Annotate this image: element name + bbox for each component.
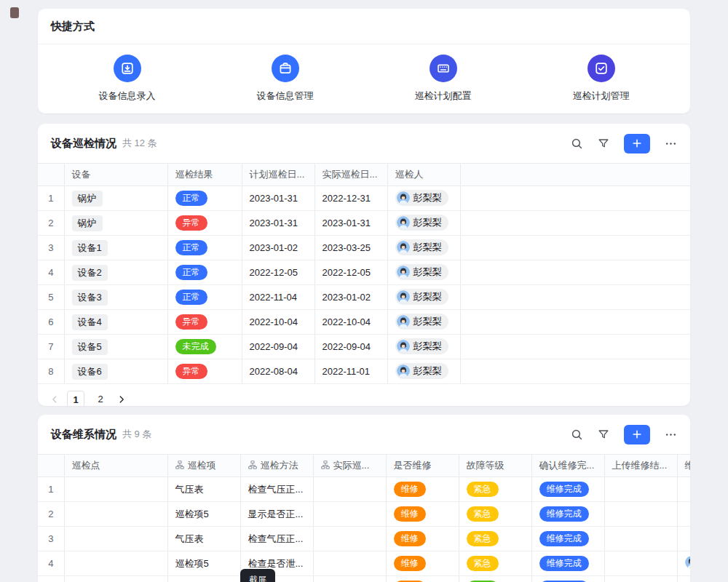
text-cell[interactable]: 气压表: [167, 477, 240, 502]
text-cell[interactable]: 2022-12-05: [242, 260, 314, 285]
status-cell[interactable]: 异常: [167, 211, 242, 236]
search-icon[interactable]: [571, 428, 583, 441]
text-cell[interactable]: 检查气压正...: [240, 527, 313, 551]
option-cell[interactable]: 锅炉: [64, 211, 167, 236]
status-cell[interactable]: 紧急: [459, 551, 531, 576]
page-button-1[interactable]: 1: [67, 391, 84, 406]
option-cell[interactable]: 锅炉: [64, 186, 167, 211]
text-cell[interactable]: 2023-03-25: [314, 236, 387, 260]
person-cell[interactable]: 彭梨梨: [387, 236, 460, 260]
option-cell[interactable]: 设备4: [64, 310, 167, 335]
text-cell[interactable]: 气压表: [167, 527, 240, 551]
person-cell[interactable]: [677, 551, 690, 576]
column-header[interactable]: 巡检人: [387, 164, 460, 186]
option-cell[interactable]: 设备5: [64, 335, 167, 359]
filter-icon[interactable]: [598, 428, 609, 440]
column-header[interactable]: 故障等级: [459, 455, 531, 477]
status-cell[interactable]: 正常: [167, 236, 242, 260]
status-badge: 紧急: [467, 506, 499, 522]
column-header[interactable]: 巡检点: [64, 455, 167, 477]
status-cell[interactable]: 紧急: [459, 502, 531, 527]
column-header[interactable]: 确认维修完...: [531, 455, 604, 477]
person-cell[interactable]: 彭梨梨: [387, 186, 460, 211]
option-cell[interactable]: 设备6: [64, 359, 167, 384]
status-cell[interactable]: 异常: [167, 310, 242, 335]
text-cell[interactable]: 2023-01-02: [242, 236, 314, 260]
text-cell[interactable]: 检查气压正...: [240, 477, 313, 502]
row-number: 3: [38, 236, 64, 260]
add-record-button[interactable]: [624, 134, 650, 154]
status-cell[interactable]: 维修完成: [531, 551, 604, 576]
option-cell[interactable]: 设备3: [64, 285, 167, 310]
person-cell[interactable]: 彭梨梨: [387, 285, 460, 310]
more-icon[interactable]: [665, 428, 677, 441]
text-cell[interactable]: 2022-12-05: [314, 260, 387, 285]
column-header[interactable]: 巡检方法: [240, 455, 313, 477]
text-cell[interactable]: 2022-10-04: [314, 310, 387, 335]
row-number-header: [38, 455, 64, 477]
person-cell[interactable]: 彭梨梨: [387, 359, 460, 384]
status-cell[interactable]: 维修: [386, 527, 459, 551]
shortcut-device-entry[interactable]: 设备信息录入: [99, 55, 156, 103]
status-cell[interactable]: 维修: [386, 551, 459, 576]
person-cell[interactable]: 彭梨梨: [387, 260, 460, 285]
text-cell[interactable]: 巡检项5: [167, 502, 240, 527]
column-header[interactable]: 巡检项: [167, 455, 240, 477]
text-cell[interactable]: 2023-01-31: [242, 211, 314, 236]
add-record-button[interactable]: [624, 425, 650, 445]
text-cell[interactable]: 巡检项5: [167, 551, 240, 576]
text-cell[interactable]: 2022-12-31: [314, 186, 387, 211]
column-header[interactable]: 是否维修: [386, 455, 459, 477]
column-header[interactable]: 维: [677, 455, 690, 477]
prev-page-button[interactable]: [50, 394, 60, 404]
status-cell[interactable]: 维修完成: [531, 576, 604, 582]
search-icon[interactable]: [571, 137, 583, 150]
text-cell[interactable]: 巡检项5: [167, 576, 240, 582]
column-header[interactable]: 计划巡检日...: [242, 164, 314, 186]
column-header[interactable]: 设备: [64, 164, 167, 186]
column-header[interactable]: [460, 164, 690, 186]
text-cell[interactable]: 2023-01-31: [242, 186, 314, 211]
option-cell[interactable]: 设备1: [64, 236, 167, 260]
status-cell[interactable]: 正常: [167, 260, 242, 285]
status-cell[interactable]: 维修完成: [531, 502, 604, 527]
text-cell[interactable]: 2023-01-31: [314, 211, 387, 236]
text-cell[interactable]: 2023-01-02: [314, 285, 387, 310]
status-cell[interactable]: 紧急: [459, 477, 531, 502]
status-cell[interactable]: 一般: [459, 576, 531, 582]
column-header[interactable]: 巡检结果: [167, 164, 242, 186]
column-header[interactable]: 上传维修结...: [604, 455, 677, 477]
text-cell[interactable]: 2022-08-04: [242, 359, 314, 384]
column-header[interactable]: 实际巡...: [313, 455, 386, 477]
text-cell[interactable]: 2022-11-04: [242, 285, 314, 310]
filter-icon[interactable]: [598, 137, 609, 149]
status-cell[interactable]: 正常: [167, 186, 242, 211]
shortcut-plan-manage[interactable]: 巡检计划管理: [573, 55, 630, 103]
status-cell[interactable]: 正常: [167, 285, 242, 310]
person-cell[interactable]: 彭梨梨: [387, 335, 460, 359]
table-row: 5巡检项5显示是否正...维修一般维修完成: [38, 576, 690, 582]
text-cell[interactable]: 2022-09-04: [314, 335, 387, 359]
option-cell[interactable]: 设备2: [64, 260, 167, 285]
page-button-2[interactable]: 2: [92, 391, 109, 406]
shortcuts-header: 快捷方式: [38, 9, 690, 44]
person-cell[interactable]: 彭梨梨: [387, 310, 460, 335]
column-header[interactable]: 实际巡检日...: [314, 164, 387, 186]
status-cell[interactable]: 维修: [386, 477, 459, 502]
next-page-button[interactable]: [116, 394, 127, 404]
status-cell[interactable]: 维修完成: [531, 477, 604, 502]
status-cell[interactable]: 未完成: [167, 335, 242, 359]
text-cell[interactable]: 2022-11-01: [314, 359, 387, 384]
text-cell[interactable]: 显示是否正...: [240, 502, 313, 527]
status-cell[interactable]: 异常: [167, 359, 242, 384]
more-icon[interactable]: [665, 137, 677, 150]
shortcut-plan-config[interactable]: 巡检计划配置: [415, 55, 472, 103]
status-cell[interactable]: 维修: [386, 502, 459, 527]
shortcut-device-manage[interactable]: 设备信息管理: [257, 55, 314, 103]
status-cell[interactable]: 维修: [386, 576, 459, 582]
status-cell[interactable]: 维修完成: [531, 527, 604, 551]
text-cell[interactable]: 2022-10-04: [242, 310, 314, 335]
status-cell[interactable]: 紧急: [459, 527, 531, 551]
person-cell[interactable]: 彭梨梨: [387, 211, 460, 236]
text-cell[interactable]: 2022-09-04: [242, 335, 314, 359]
